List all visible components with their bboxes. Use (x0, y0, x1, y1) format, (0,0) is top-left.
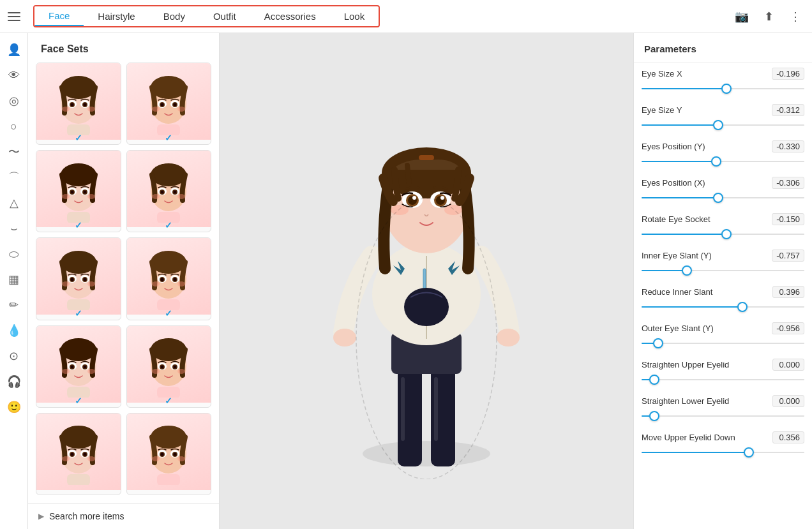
svg-point-75 (87, 369, 95, 374)
param-row-eyes_pos_y: Eyes Position (Y)-0.330 (642, 140, 804, 168)
svg-point-121 (497, 329, 520, 346)
camera-icon[interactable]: 📷 (733, 8, 751, 26)
tab-hairstyle[interactable]: Hairstyle (84, 7, 149, 26)
param-value: 0.000 (772, 359, 804, 371)
svg-point-92 (70, 453, 73, 456)
sidebar-icon-arch[interactable]: ⌒ (3, 166, 26, 189)
sidebar-icon-person[interactable]: 🙂 (3, 396, 26, 419)
svg-point-40 (174, 190, 177, 193)
sidebar-icon-pen[interactable]: ✏ (3, 294, 26, 317)
param-slider-wrap (642, 410, 804, 422)
params-panel: Parameters Eye Size X-0.196Eye Size Y-0.… (633, 33, 812, 529)
face-card[interactable]: ✓ (36, 237, 121, 320)
param-header: Reduce Inner Slant0.396 (642, 286, 804, 298)
svg-point-63 (152, 281, 160, 287)
sidebar-icon-drop[interactable]: 💧 (3, 319, 26, 342)
param-slider-wrap (642, 119, 804, 131)
face-card[interactable]: ✓ (36, 325, 121, 408)
face-card[interactable]: ✓ (126, 150, 212, 232)
svg-point-85 (152, 369, 160, 374)
param-row-outer_eye_slant_y: Outer Eye Slant (Y)-0.956 (642, 322, 804, 350)
sidebar-icon-oval[interactable]: ⬭ (3, 242, 26, 265)
param-name: Straighten Lower Eyelid (642, 396, 729, 406)
param-header: Straighten Lower Eyelid0.000 (642, 395, 804, 407)
params-title: Parameters (634, 33, 812, 63)
param-row-eye_size_y: Eye Size Y-0.312 (642, 104, 804, 131)
share-icon[interactable]: ⬆ (760, 8, 778, 26)
param-row-reduce_inner_slant: Reduce Inner Slant0.396 (642, 286, 804, 313)
svg-point-106 (174, 453, 177, 456)
sidebar-icon-curve[interactable]: ⌣ (3, 217, 26, 240)
svg-point-96 (62, 456, 70, 461)
svg-rect-109 (157, 474, 180, 485)
svg-point-120 (333, 329, 356, 346)
svg-point-41 (152, 194, 160, 199)
tab-body[interactable]: Body (149, 7, 199, 26)
param-slider-wrap (642, 301, 804, 313)
face-card[interactable] (36, 413, 121, 495)
svg-point-19 (152, 107, 160, 112)
param-value: -0.150 (772, 213, 804, 225)
svg-point-26 (70, 190, 73, 193)
param-name: Outer Eye Slant (Y) (642, 324, 714, 333)
more-icon[interactable]: ⋮ (786, 8, 804, 26)
face-card-check: ✓ (75, 133, 82, 143)
sidebar-icon-triangle[interactable]: △ (3, 191, 26, 214)
sidebar-icon-headset[interactable]: 🎧 (3, 370, 26, 393)
sidebar-icon-circle2[interactable]: ⊙ (3, 345, 26, 368)
tab-accessories[interactable]: Accessories (250, 7, 330, 26)
svg-point-42 (177, 194, 185, 199)
sidebar-icon-eye[interactable]: 👁 (3, 64, 26, 87)
sidebar-icon-eye2[interactable]: ◎ (3, 89, 26, 112)
param-row-straighten_upper: Straighten Upper Eyelid0.000 (642, 359, 804, 386)
sidebar-icon-bars[interactable]: ▦ (3, 268, 26, 291)
svg-point-110 (363, 441, 490, 466)
search-more-button[interactable]: ▶ Search more items (28, 503, 219, 529)
param-row-rotate_eye_socket: Rotate Eye Socket-0.150 (642, 213, 804, 241)
face-card-check: ✓ (75, 308, 82, 318)
svg-point-8 (62, 107, 70, 112)
sidebar-icon-user[interactable]: 👤 (3, 38, 26, 61)
param-name: Move Upper Eyelid Down (642, 433, 735, 442)
svg-point-29 (83, 190, 86, 193)
svg-point-51 (83, 278, 86, 281)
param-row-inner_eye_slant_y: Inner Eye Slant (Y)-0.757 (642, 250, 804, 277)
face-card[interactable]: ✓ (126, 63, 212, 145)
topbar-actions: 📷 ⬆ ⋮ (733, 8, 804, 26)
tab-face[interactable]: Face (34, 6, 84, 26)
face-card[interactable]: ✓ (36, 63, 121, 145)
param-header: Straighten Upper Eyelid0.000 (642, 359, 804, 371)
tab-outfit[interactable]: Outfit (199, 7, 250, 26)
sidebar-icon-circle[interactable]: ○ (3, 115, 26, 138)
topbar: FaceHairstyleBodyOutfitAccessoriesLook 📷… (0, 0, 812, 33)
tab-look[interactable]: Look (330, 7, 379, 26)
menu-button[interactable] (8, 8, 26, 26)
viewport (220, 33, 633, 529)
param-row-eye_size_x: Eye Size X-0.196 (642, 68, 804, 95)
svg-point-20 (177, 107, 185, 112)
svg-point-86 (177, 369, 185, 374)
svg-point-103 (161, 453, 164, 456)
face-card[interactable]: ✓ (36, 150, 121, 232)
face-card[interactable]: ✓ (126, 325, 212, 408)
face-card[interactable] (126, 413, 212, 495)
param-slider-wrap (642, 155, 804, 168)
param-name: Eye Size X (642, 69, 682, 78)
param-header: Inner Eye Slant (Y)-0.757 (642, 250, 804, 262)
param-value: 0.396 (772, 286, 804, 298)
svg-point-84 (174, 366, 177, 369)
svg-point-15 (161, 103, 164, 106)
param-value: -0.196 (772, 68, 804, 80)
param-value: 0.000 (772, 395, 804, 407)
face-card[interactable]: ✓ (126, 237, 212, 320)
param-slider-wrap (642, 337, 804, 350)
sidebar-icon-wave[interactable]: 〜 (3, 140, 26, 163)
svg-point-18 (174, 103, 177, 106)
svg-rect-125 (419, 155, 434, 160)
face-card-check: ✓ (75, 396, 82, 406)
param-name: Inner Eye Slant (Y) (642, 251, 712, 260)
param-row-move_upper_eyelid: Move Upper Eyelid Down0.356 (642, 431, 804, 459)
face-card-check: ✓ (75, 220, 82, 230)
svg-point-30 (62, 194, 70, 199)
face-sets-title: Face Sets (28, 33, 219, 63)
